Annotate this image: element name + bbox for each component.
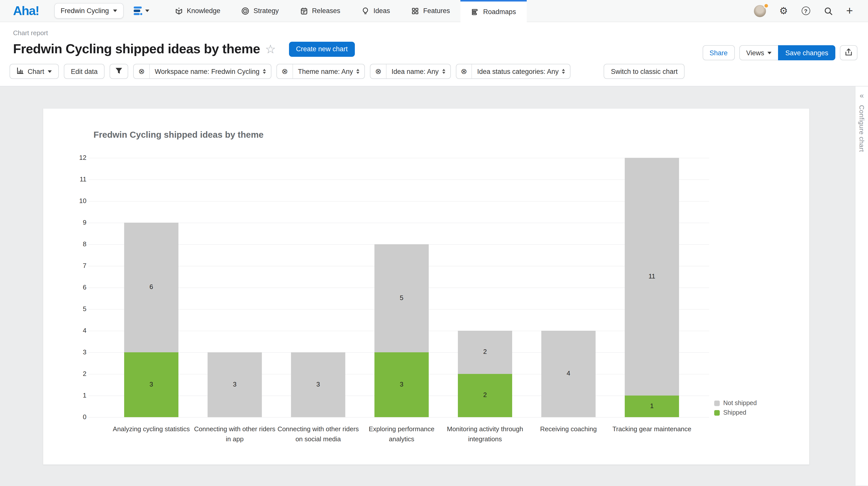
- lightbulb-icon: [361, 7, 369, 15]
- filter-text: Idea status categories: Any: [477, 68, 559, 75]
- book-icon: [175, 7, 183, 15]
- remove-filter-icon[interactable]: ⊗: [277, 64, 293, 79]
- x-axis-category-label: Tracking gear maintenance: [609, 424, 694, 434]
- filter-text: Theme name: Any: [298, 68, 353, 75]
- remove-filter-icon[interactable]: ⊗: [134, 64, 150, 79]
- y-gridline: [89, 223, 709, 223]
- target-icon: [242, 7, 250, 15]
- views-button[interactable]: Views: [739, 45, 779, 60]
- bar-value-label: 3: [291, 380, 345, 388]
- page-title: Fredwin Cycling shipped ideas by theme: [13, 41, 260, 57]
- y-gridline: [89, 158, 709, 158]
- export-button[interactable]: [840, 45, 858, 60]
- nav-item-features[interactable]: Features: [401, 0, 461, 22]
- filter-pill-idea-name: ⊗ Idea name: Any: [370, 64, 451, 79]
- notification-badge: [763, 3, 769, 8]
- bar-value-label: 3: [208, 380, 262, 388]
- collapse-panel-icon: «: [860, 91, 864, 99]
- grid-icon: [411, 7, 419, 15]
- report-content: Fredwin Cycling shipped ideas by theme 0…: [0, 86, 868, 486]
- page-header: Chart report Fredwin Cycling shipped ide…: [0, 22, 868, 57]
- sort-arrows-icon: [356, 69, 360, 74]
- bar-value-label: 6: [124, 283, 179, 291]
- filter-button[interactable]: [110, 64, 128, 79]
- y-axis-tick-label: 6: [61, 283, 87, 291]
- nav-item-label: Strategy: [254, 7, 279, 14]
- favorite-star-icon[interactable]: ☆: [265, 43, 276, 55]
- rows-icon: [471, 8, 479, 16]
- y-axis-tick-label: 2: [61, 370, 87, 377]
- chevron-down-icon: [48, 70, 52, 72]
- configure-chart-panel[interactable]: « Configure chart: [855, 86, 868, 486]
- bar-value-label: 3: [124, 380, 179, 388]
- sort-arrows-icon: [562, 69, 565, 74]
- switch-to-classic-chart-button[interactable]: Switch to classic chart: [604, 64, 685, 79]
- y-axis-tick-label: 9: [61, 219, 87, 226]
- views-button-label: Views: [746, 49, 764, 57]
- chart-type-button[interactable]: Chart: [9, 64, 59, 79]
- search-icon[interactable]: [824, 6, 833, 15]
- nav-item-knowledge[interactable]: Knowledge: [164, 0, 231, 22]
- nav-item-releases[interactable]: Releases: [289, 0, 351, 22]
- remove-filter-icon[interactable]: ⊗: [456, 64, 472, 79]
- x-axis-category-label: Receiving coaching: [526, 424, 611, 434]
- x-axis-category-label: Monitoring activity through integrations: [442, 424, 528, 444]
- filter-label[interactable]: Workspace name: Fredwin Cycling: [150, 64, 271, 79]
- bar-value-label: 4: [541, 369, 596, 377]
- y-axis-tick-label: 10: [61, 197, 87, 205]
- filter-label[interactable]: Theme name: Any: [293, 64, 365, 79]
- save-changes-button[interactable]: Save changes: [778, 45, 835, 60]
- y-axis-tick-label: 3: [61, 348, 87, 356]
- filter-pill-theme: ⊗ Theme name: Any: [276, 64, 365, 79]
- share-button[interactable]: Share: [703, 45, 735, 60]
- legend-item[interactable]: Not shipped: [714, 400, 757, 406]
- bar-value-label: 2: [458, 391, 512, 399]
- breadcrumb: Chart report: [13, 29, 868, 37]
- aha-logo[interactable]: Aha!: [13, 3, 39, 18]
- y-gridline: [89, 417, 709, 418]
- filter-label[interactable]: Idea status categories: Any: [472, 64, 570, 79]
- avatar[interactable]: [754, 5, 766, 17]
- x-axis-category-label: Connecting with other riders on social m…: [275, 424, 361, 444]
- y-axis-tick-label: 1: [61, 392, 87, 399]
- configure-chart-label: Configure chart: [858, 105, 866, 152]
- nav-item-label: Features: [423, 7, 450, 14]
- nav-item-roadmaps[interactable]: Roadmaps: [461, 0, 527, 22]
- chevron-down-icon: [768, 52, 772, 54]
- remove-filter-icon[interactable]: ⊗: [371, 64, 386, 79]
- y-axis-tick-label: 5: [61, 305, 87, 313]
- chart-card: Fredwin Cycling shipped ideas by theme 0…: [43, 108, 810, 465]
- edit-data-button[interactable]: Edit data: [64, 64, 105, 79]
- report-toolbar: Chart Edit data ⊗ Workspace name: Fredwi…: [0, 57, 868, 86]
- x-axis-category-label: Exploring performance analytics: [359, 424, 444, 444]
- filter-text: Workspace name: Fredwin Cycling: [155, 68, 259, 75]
- y-axis-tick-label: 12: [61, 154, 87, 161]
- nav-item-label: Knowledge: [187, 7, 220, 14]
- legend-label: Shipped: [723, 409, 746, 416]
- help-icon[interactable]: ?: [801, 6, 810, 15]
- nav-item-strategy[interactable]: Strategy: [231, 0, 289, 22]
- nav-item-label: Roadmaps: [483, 8, 516, 16]
- filter-pill-workspace: ⊗ Workspace name: Fredwin Cycling: [133, 64, 272, 79]
- legend-swatch: [714, 400, 720, 406]
- nav-item-label: Ideas: [373, 7, 390, 14]
- filter-pill-idea-status: ⊗ Idea status categories: Any: [456, 64, 571, 79]
- nav-right-actions: ⚙ ? +: [754, 0, 868, 22]
- calendar-icon: [300, 7, 308, 15]
- sort-arrows-icon: [263, 69, 266, 74]
- chevron-down-icon: [113, 9, 117, 12]
- chevron-down-icon: [145, 9, 149, 12]
- bar-value-label: 1: [625, 402, 679, 409]
- gear-icon[interactable]: ⚙: [779, 6, 788, 16]
- add-icon[interactable]: +: [846, 5, 853, 17]
- y-axis-tick-label: 0: [61, 413, 87, 421]
- legend-item[interactable]: Shipped: [714, 409, 746, 416]
- filter-label[interactable]: Idea name: Any: [386, 64, 450, 79]
- nav-items: Knowledge Strategy Releases: [164, 0, 526, 22]
- y-axis-tick-label: 4: [61, 327, 87, 334]
- funnel-icon: [115, 67, 123, 75]
- create-new-chart-button[interactable]: Create new chart: [289, 41, 355, 57]
- workspace-selector[interactable]: Fredwin Cycling: [54, 3, 123, 19]
- workspace-list-button[interactable]: [133, 7, 149, 15]
- nav-item-ideas[interactable]: Ideas: [351, 0, 401, 22]
